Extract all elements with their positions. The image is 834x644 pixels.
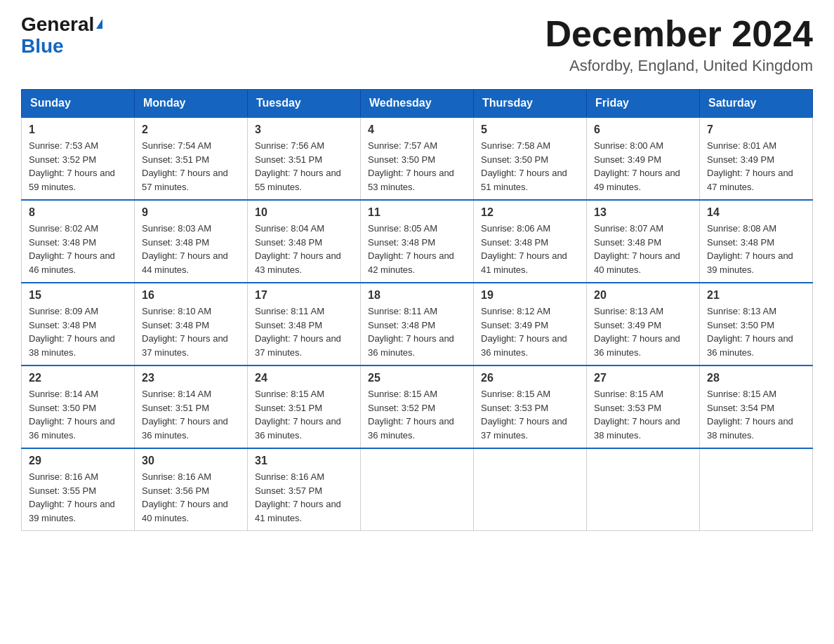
- day-number: 11: [368, 206, 466, 219]
- calendar-cell: 18 Sunrise: 8:11 AM Sunset: 3:48 PM Dayl…: [361, 283, 474, 365]
- sunrise-label: Sunrise: 8:05 AM: [368, 223, 437, 234]
- daylight-label: Daylight: 7 hours and 36 minutes.: [594, 333, 680, 358]
- sunrise-label: Sunrise: 7:57 AM: [368, 140, 437, 151]
- calendar-cell: 14 Sunrise: 8:08 AM Sunset: 3:48 PM Dayl…: [700, 200, 813, 283]
- sunrise-label: Sunrise: 8:14 AM: [29, 389, 98, 399]
- sunrise-label: Sunrise: 8:10 AM: [142, 306, 211, 316]
- sunset-label: Sunset: 3:50 PM: [368, 154, 435, 165]
- calendar-header-thursday: Thursday: [474, 90, 587, 118]
- day-number: 3: [255, 123, 353, 136]
- calendar-cell: 11 Sunrise: 8:05 AM Sunset: 3:48 PM Dayl…: [361, 200, 474, 283]
- day-number: 15: [29, 289, 127, 302]
- calendar-cell: 1 Sunrise: 7:53 AM Sunset: 3:52 PM Dayli…: [22, 117, 135, 200]
- sunrise-label: Sunrise: 7:53 AM: [29, 140, 98, 151]
- calendar-cell: [474, 448, 587, 531]
- sunset-label: Sunset: 3:50 PM: [29, 403, 96, 413]
- day-number: 21: [707, 289, 805, 302]
- day-info: Sunrise: 8:12 AM Sunset: 3:49 PM Dayligh…: [481, 304, 579, 359]
- calendar-cell: 15 Sunrise: 8:09 AM Sunset: 3:48 PM Dayl…: [22, 283, 135, 365]
- sunrise-label: Sunrise: 8:13 AM: [594, 306, 663, 316]
- day-info: Sunrise: 7:54 AM Sunset: 3:51 PM Dayligh…: [142, 139, 240, 194]
- daylight-label: Daylight: 7 hours and 47 minutes.: [707, 168, 793, 192]
- daylight-label: Daylight: 7 hours and 37 minutes.: [481, 416, 567, 441]
- day-number: 13: [594, 206, 692, 219]
- sunrise-label: Sunrise: 8:16 AM: [142, 471, 211, 482]
- daylight-label: Daylight: 7 hours and 38 minutes.: [594, 416, 680, 441]
- daylight-label: Daylight: 7 hours and 55 minutes.: [255, 168, 341, 192]
- day-number: 23: [142, 372, 240, 384]
- sunset-label: Sunset: 3:49 PM: [481, 320, 548, 330]
- sunrise-label: Sunrise: 8:03 AM: [142, 223, 211, 234]
- sunrise-label: Sunrise: 8:07 AM: [594, 223, 663, 234]
- sunset-label: Sunset: 3:48 PM: [255, 320, 322, 330]
- calendar-cell: 3 Sunrise: 7:56 AM Sunset: 3:51 PM Dayli…: [248, 117, 361, 200]
- calendar-cell: 6 Sunrise: 8:00 AM Sunset: 3:49 PM Dayli…: [587, 117, 700, 200]
- day-number: 20: [594, 289, 692, 302]
- calendar-cell: 26 Sunrise: 8:15 AM Sunset: 3:53 PM Dayl…: [474, 365, 587, 448]
- daylight-label: Daylight: 7 hours and 49 minutes.: [594, 168, 680, 192]
- sunset-label: Sunset: 3:51 PM: [255, 154, 322, 165]
- daylight-label: Daylight: 7 hours and 41 minutes.: [481, 250, 567, 275]
- sunrise-label: Sunrise: 8:16 AM: [29, 471, 98, 482]
- sunset-label: Sunset: 3:55 PM: [29, 485, 96, 496]
- sunset-label: Sunset: 3:48 PM: [481, 237, 548, 248]
- sunrise-label: Sunrise: 8:15 AM: [368, 389, 437, 399]
- daylight-label: Daylight: 7 hours and 59 minutes.: [29, 168, 115, 192]
- sunrise-label: Sunrise: 8:11 AM: [368, 306, 437, 316]
- calendar-cell: 8 Sunrise: 8:02 AM Sunset: 3:48 PM Dayli…: [22, 200, 135, 283]
- sunset-label: Sunset: 3:48 PM: [255, 237, 322, 248]
- day-number: 28: [707, 372, 805, 384]
- daylight-label: Daylight: 7 hours and 51 minutes.: [481, 168, 567, 192]
- sunset-label: Sunset: 3:53 PM: [594, 403, 661, 413]
- sunrise-label: Sunrise: 8:00 AM: [594, 140, 663, 151]
- sunset-label: Sunset: 3:48 PM: [368, 237, 435, 248]
- sunrise-label: Sunrise: 8:14 AM: [142, 389, 211, 399]
- day-info: Sunrise: 8:10 AM Sunset: 3:48 PM Dayligh…: [142, 304, 240, 359]
- calendar-cell: 9 Sunrise: 8:03 AM Sunset: 3:48 PM Dayli…: [135, 200, 248, 283]
- daylight-label: Daylight: 7 hours and 36 minutes.: [255, 416, 341, 441]
- daylight-label: Daylight: 7 hours and 36 minutes.: [29, 416, 115, 441]
- sunset-label: Sunset: 3:48 PM: [707, 237, 774, 248]
- calendar-table: SundayMondayTuesdayWednesdayThursdayFrid…: [21, 89, 813, 531]
- day-info: Sunrise: 8:07 AM Sunset: 3:48 PM Dayligh…: [594, 222, 692, 276]
- day-info: Sunrise: 7:58 AM Sunset: 3:50 PM Dayligh…: [481, 139, 579, 194]
- sunset-label: Sunset: 3:49 PM: [707, 154, 774, 165]
- daylight-label: Daylight: 7 hours and 41 minutes.: [255, 499, 341, 523]
- logo-blue: Blue: [21, 35, 64, 57]
- daylight-label: Daylight: 7 hours and 46 minutes.: [29, 250, 115, 275]
- day-info: Sunrise: 8:15 AM Sunset: 3:53 PM Dayligh…: [594, 387, 692, 442]
- day-number: 24: [255, 372, 353, 384]
- logo-general: General: [21, 14, 94, 36]
- day-info: Sunrise: 7:56 AM Sunset: 3:51 PM Dayligh…: [255, 139, 353, 194]
- day-number: 6: [594, 123, 692, 136]
- day-info: Sunrise: 8:15 AM Sunset: 3:54 PM Dayligh…: [707, 387, 805, 442]
- calendar-cell: 17 Sunrise: 8:11 AM Sunset: 3:48 PM Dayl…: [248, 283, 361, 365]
- sunrise-label: Sunrise: 8:01 AM: [707, 140, 776, 151]
- sunrise-label: Sunrise: 7:54 AM: [142, 140, 211, 151]
- page-subtitle: Asfordby, England, United Kingdom: [545, 57, 813, 75]
- title-section: December 2024 Asfordby, England, United …: [545, 14, 813, 75]
- day-number: 1: [29, 123, 127, 136]
- calendar-cell: 21 Sunrise: 8:13 AM Sunset: 3:50 PM Dayl…: [700, 283, 813, 365]
- daylight-label: Daylight: 7 hours and 37 minutes.: [255, 333, 341, 358]
- calendar-header-friday: Friday: [587, 90, 700, 118]
- day-info: Sunrise: 8:16 AM Sunset: 3:55 PM Dayligh…: [29, 470, 127, 525]
- day-number: 2: [142, 123, 240, 136]
- sunrise-label: Sunrise: 8:15 AM: [481, 389, 550, 399]
- daylight-label: Daylight: 7 hours and 36 minutes.: [368, 416, 454, 441]
- calendar-header-tuesday: Tuesday: [248, 90, 361, 118]
- sunrise-label: Sunrise: 8:04 AM: [255, 223, 324, 234]
- sunset-label: Sunset: 3:49 PM: [594, 154, 661, 165]
- daylight-label: Daylight: 7 hours and 43 minutes.: [255, 250, 341, 275]
- sunset-label: Sunset: 3:52 PM: [368, 403, 435, 413]
- sunset-label: Sunset: 3:51 PM: [255, 403, 322, 413]
- sunrise-label: Sunrise: 7:56 AM: [255, 140, 324, 151]
- day-number: 17: [255, 289, 353, 302]
- daylight-label: Daylight: 7 hours and 36 minutes.: [142, 416, 228, 441]
- day-number: 18: [368, 289, 466, 302]
- sunset-label: Sunset: 3:56 PM: [142, 485, 209, 496]
- day-number: 22: [29, 372, 127, 384]
- calendar-header-monday: Monday: [135, 90, 248, 118]
- daylight-label: Daylight: 7 hours and 39 minutes.: [29, 499, 115, 523]
- logo: General Blue: [21, 14, 102, 58]
